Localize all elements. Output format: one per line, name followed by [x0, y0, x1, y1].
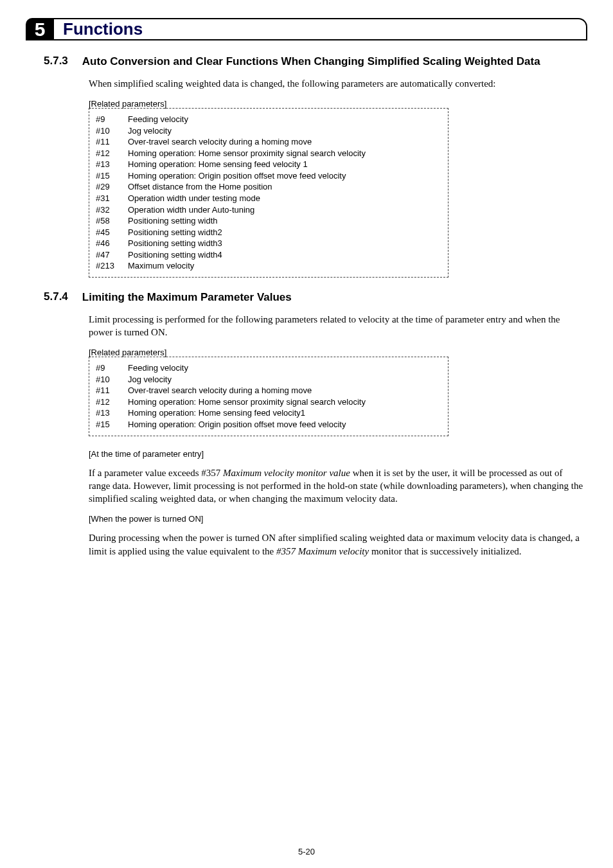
param-row: #11Over-travel search velocity during a … — [96, 385, 441, 396]
param-desc: Operation width under testing mode — [128, 193, 441, 204]
param-id: #45 — [96, 227, 128, 238]
related-params-label: [Related parameters] — [89, 348, 587, 357]
chapter-number-badge: 5 — [26, 18, 54, 40]
param-id: #12 — [96, 148, 128, 159]
param-id: #13 — [96, 159, 128, 170]
param-id: #15 — [96, 170, 128, 182]
param-desc: Homing operation: Home sensor proximity … — [128, 148, 441, 159]
param-id: #213 — [96, 260, 128, 272]
param-id: #31 — [96, 193, 128, 204]
param-id: #32 — [96, 204, 128, 216]
param-desc: Offset distance from the Home position — [128, 181, 441, 193]
section-573-body: When simplified scaling weighted data is… — [89, 77, 583, 90]
section-number: 5.7.3 — [44, 55, 68, 69]
param-id: #13 — [96, 407, 128, 419]
page-number: 5-20 — [0, 847, 613, 856]
param-row: #213Maximum velocity — [96, 260, 441, 272]
related-params-box-573: #9Feeding velocity #10Jog velocity #11Ov… — [89, 108, 449, 278]
sub1-body-em: Maximum velocity monitor value — [223, 468, 350, 478]
param-row: #31Operation width under testing mode — [96, 193, 441, 204]
param-row: #13Homing operation: Home sensing feed v… — [96, 159, 441, 170]
param-row: #9Feeding velocity — [96, 114, 441, 125]
sub1-body-before: If a parameter value exceeds #357 — [89, 468, 223, 478]
param-row: #9Feeding velocity — [96, 362, 441, 374]
section-title: Limiting the Maximum Parameter Values — [82, 290, 292, 305]
param-row: #58Positioning setting width — [96, 215, 441, 227]
param-desc: Positioning setting width3 — [128, 238, 441, 249]
param-desc: Over-travel search velocity during a hom… — [128, 385, 441, 396]
param-desc: Feeding velocity — [128, 362, 441, 374]
param-id: #10 — [96, 125, 128, 137]
param-desc: Positioning setting width — [128, 215, 441, 227]
sub1-body: If a parameter value exceeds #357 Maximu… — [89, 466, 583, 506]
section-heading-574: 5.7.4 Limiting the Maximum Parameter Val… — [44, 290, 587, 305]
related-params-box-574: #9Feeding velocity #10Jog velocity #11Ov… — [89, 357, 449, 436]
param-row: #29Offset distance from the Home positio… — [96, 181, 441, 193]
param-desc: Maximum velocity — [128, 260, 441, 272]
param-row: #13Homing operation: Home sensing feed v… — [96, 407, 441, 419]
param-row: #47Positioning setting width4 — [96, 249, 441, 261]
chapter-header: 5 Functions — [26, 18, 587, 40]
param-id: #12 — [96, 396, 128, 408]
param-id: #9 — [96, 362, 128, 374]
param-row: #15Homing operation: Origin position off… — [96, 170, 441, 182]
param-desc: Jog velocity — [128, 125, 441, 137]
sub2-body: During processing when the power is turn… — [89, 531, 583, 558]
param-id: #11 — [96, 136, 128, 148]
param-row: #12Homing operation: Home sensor proximi… — [96, 148, 441, 159]
param-desc: Homing operation: Origin position offset… — [128, 419, 441, 430]
param-id: #47 — [96, 249, 128, 261]
param-desc: Positioning setting width4 — [128, 249, 441, 261]
chapter-title: Functions — [54, 18, 587, 40]
param-desc: Feeding velocity — [128, 114, 441, 125]
param-desc: Positioning setting width2 — [128, 227, 441, 238]
param-row: #32Operation width under Auto-tuning — [96, 204, 441, 216]
section-title: Auto Conversion and Clear Functions When… — [82, 55, 540, 69]
param-id: #29 — [96, 181, 128, 193]
param-desc: Homing operation: Home sensing feed velo… — [128, 407, 441, 419]
sub1-label: [At the time of parameter entry] — [89, 449, 587, 459]
param-row: #46Positioning setting width3 — [96, 238, 441, 249]
param-row: #12Homing operation: Home sensor proximi… — [96, 396, 441, 408]
related-params-label: [Related parameters] — [89, 99, 587, 109]
param-id: #58 — [96, 215, 128, 227]
sub2-label: [When the power is turned ON] — [89, 514, 587, 524]
param-id: #46 — [96, 238, 128, 249]
section-574-body: Limit processing is performed for the fo… — [89, 313, 583, 339]
param-id: #9 — [96, 114, 128, 125]
param-desc: Homing operation: Home sensing feed velo… — [128, 159, 441, 170]
sub2-body-after: monitor that is successively initialized… — [369, 546, 521, 556]
param-desc: Jog velocity — [128, 374, 441, 385]
section-number: 5.7.4 — [44, 290, 68, 305]
param-desc: Operation width under Auto-tuning — [128, 204, 441, 216]
param-id: #11 — [96, 385, 128, 396]
sub2-body-em: #357 Maximum velocity — [276, 546, 369, 556]
param-row: #10Jog velocity — [96, 374, 441, 385]
param-row: #10Jog velocity — [96, 125, 441, 137]
param-desc: Over-travel search velocity during a hom… — [128, 136, 441, 148]
param-id: #15 — [96, 419, 128, 430]
section-heading-573: 5.7.3 Auto Conversion and Clear Function… — [44, 55, 587, 69]
param-desc: Homing operation: Home sensor proximity … — [128, 396, 441, 408]
param-row: #45Positioning setting width2 — [96, 227, 441, 238]
param-id: #10 — [96, 374, 128, 385]
param-row: #11Over-travel search velocity during a … — [96, 136, 441, 148]
param-row: #15Homing operation: Origin position off… — [96, 419, 441, 430]
param-desc: Homing operation: Origin position offset… — [128, 170, 441, 182]
